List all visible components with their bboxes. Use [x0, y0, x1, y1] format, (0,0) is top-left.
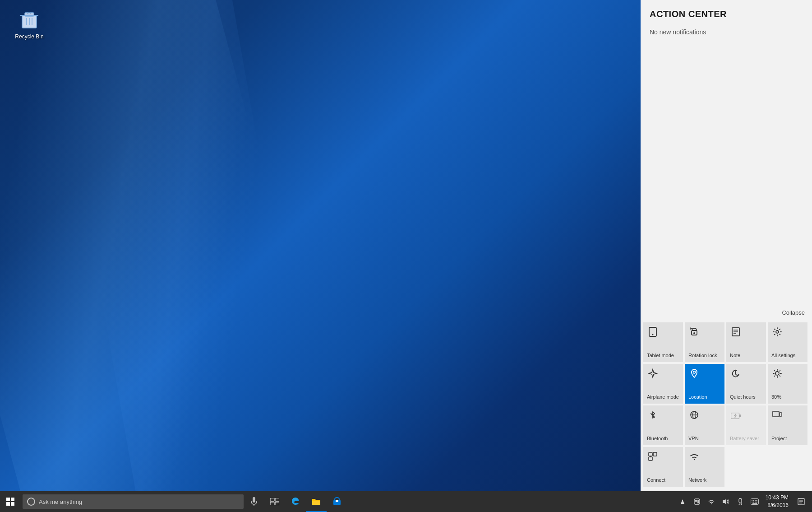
recycle-bin-icon[interactable]: Recycle Bin — [9, 9, 50, 40]
note-label: Note — [730, 353, 740, 358]
quick-action-network[interactable]: Network — [685, 447, 724, 487]
location-icon — [689, 368, 699, 381]
bluetooth-icon — [648, 410, 658, 423]
svg-rect-45 — [253, 497, 255, 503]
recycle-bin-image — [18, 9, 40, 31]
svg-rect-61 — [752, 500, 752, 501]
svg-rect-50 — [275, 502, 279, 505]
quick-action-airplane-mode[interactable]: Airplane mode — [643, 364, 683, 404]
svg-rect-57 — [697, 500, 699, 503]
project-icon — [772, 410, 782, 422]
svg-rect-65 — [752, 502, 752, 503]
svg-rect-67 — [755, 502, 756, 503]
quiet-hours-icon — [731, 368, 741, 381]
quick-action-tablet-mode[interactable]: Tablet mode — [643, 322, 683, 362]
vpn-icon — [689, 410, 699, 423]
svg-point-14 — [776, 330, 779, 333]
quick-action-location[interactable]: Location — [685, 364, 724, 404]
svg-marker-58 — [723, 499, 726, 504]
location-label: Location — [688, 394, 707, 400]
svg-rect-34 — [780, 413, 782, 416]
quick-action-quiet-hours[interactable]: Quiet hours — [726, 364, 766, 404]
battery-saver-label: Battery saver — [730, 436, 759, 442]
quick-action-project[interactable]: Project — [768, 405, 807, 445]
connect-icon — [648, 451, 658, 464]
quick-action-battery-saver[interactable]: Battery saver — [726, 405, 766, 445]
svg-rect-43 — [6, 502, 10, 506]
cortana-icon — [27, 498, 35, 506]
collapse-button[interactable]: Collapse — [641, 306, 812, 320]
svg-point-15 — [693, 371, 696, 373]
file-explorer-button[interactable] — [306, 491, 327, 512]
battery-saver-icon — [731, 410, 741, 422]
show-hidden-icons-button[interactable] — [675, 491, 690, 512]
svg-rect-66 — [753, 502, 754, 503]
svg-rect-69 — [752, 503, 757, 504]
quick-action-row: Tablet modeRotation lockNoteAll settings — [642, 321, 810, 363]
system-tray: 10:43 PM 8/6/2016 — [675, 491, 812, 512]
svg-rect-42 — [11, 498, 14, 501]
windows-ink-tray-icon[interactable] — [690, 491, 704, 512]
clock-time: 10:43 PM — [766, 494, 789, 502]
network-icon — [689, 451, 699, 463]
no-notifications-text: No new notifications — [641, 24, 812, 40]
svg-rect-59 — [739, 498, 742, 503]
svg-rect-41 — [6, 498, 10, 501]
start-button[interactable] — [0, 491, 21, 512]
all-settings-label: All settings — [771, 353, 795, 358]
svg-rect-38 — [649, 457, 652, 461]
rotation-lock-label: Rotation lock — [688, 353, 717, 358]
quick-action-row: Airplane modeLocationQuiet hours30% — [642, 363, 810, 405]
svg-line-22 — [780, 376, 780, 376]
cortana-mic-button[interactable] — [244, 491, 264, 512]
bluetooth-label: Bluetooth — [647, 436, 668, 442]
svg-rect-47 — [270, 498, 274, 501]
brightness-30-label: 30% — [771, 394, 781, 400]
edge-browser-button[interactable] — [285, 491, 306, 512]
brightness-30-icon — [772, 368, 782, 381]
svg-rect-64 — [756, 500, 757, 501]
airplane-mode-label: Airplane mode — [647, 394, 679, 400]
quick-action-all-settings[interactable]: All settings — [768, 322, 807, 362]
svg-line-23 — [775, 376, 775, 376]
svg-point-7 — [652, 334, 654, 335]
store-button[interactable] — [327, 491, 347, 512]
connect-label: Connect — [647, 477, 665, 483]
all-settings-icon — [772, 327, 782, 340]
svg-point-9 — [693, 332, 695, 334]
quick-action-bluetooth[interactable]: Bluetooth — [643, 405, 683, 445]
svg-rect-51 — [312, 501, 320, 505]
svg-rect-48 — [275, 498, 279, 501]
svg-rect-56 — [695, 500, 697, 502]
tablet-mode-icon — [648, 327, 658, 340]
quick-action-row: ConnectNetwork — [642, 446, 810, 488]
task-view-button[interactable] — [264, 491, 285, 512]
action-center-panel: ACTION CENTER No new notifications Colla… — [641, 0, 812, 491]
svg-rect-44 — [11, 502, 14, 506]
svg-rect-68 — [756, 502, 757, 503]
quick-action-brightness-30[interactable]: 30% — [768, 364, 807, 404]
rotation-lock-icon — [689, 327, 699, 340]
notification-center-button[interactable] — [792, 491, 810, 512]
quick-action-row: BluetoothVPNBattery saverProject — [642, 405, 810, 446]
project-label: Project — [771, 436, 787, 442]
svg-rect-33 — [773, 411, 779, 417]
search-box[interactable]: Ask me anything — [23, 494, 244, 509]
svg-rect-63 — [755, 500, 756, 501]
volume-tray-icon[interactable] — [719, 491, 733, 512]
quick-action-vpn[interactable]: VPN — [685, 405, 724, 445]
quick-action-connect[interactable]: Connect — [643, 447, 683, 487]
airplane-mode-icon — [648, 368, 658, 381]
keyboard-tray-icon[interactable] — [747, 491, 762, 512]
quick-action-note[interactable]: Note — [726, 322, 766, 362]
svg-rect-49 — [270, 502, 274, 505]
svg-point-16 — [775, 372, 779, 375]
clock-date: 8/6/2016 — [767, 502, 789, 509]
quick-action-rotation-lock[interactable]: Rotation lock — [685, 322, 724, 362]
action-center-title: ACTION CENTER — [641, 0, 812, 24]
clock-display[interactable]: 10:43 PM 8/6/2016 — [762, 491, 792, 512]
network-tray-icon[interactable] — [704, 491, 719, 512]
pen-tray-icon[interactable] — [733, 491, 747, 512]
quiet-hours-label: Quiet hours — [730, 394, 756, 400]
svg-rect-53 — [336, 500, 338, 502]
